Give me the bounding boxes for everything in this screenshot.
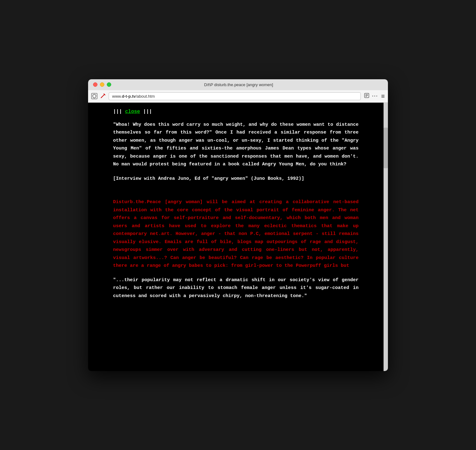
nav-bar: ||| close ||| [113,109,359,115]
interview-credit: [Interview with Andrea Juno, Ed of "angr… [113,175,359,183]
shield-icon [91,93,97,99]
scrollbar-track[interactable] [384,103,388,371]
url-text: www.d-t-p.tv/about.htm [112,94,155,99]
nav-suffix: ||| [143,109,152,115]
url-bar[interactable]: www.d-t-p.tv/about.htm [109,92,361,100]
svg-line-1 [101,97,102,98]
maximize-button[interactable] [107,82,111,87]
page-content-wrapper: ||| close ||| "Whoa! Why does this word … [88,103,388,371]
page-content: ||| close ||| "Whoa! Why does this word … [88,103,384,371]
browser-window: D/t\P disturb.the.peace [angry women] ww… [88,79,388,371]
hamburger-menu-icon[interactable]: ≡ [381,93,385,100]
title-bar: D/t\P disturb.the.peace [angry women] [88,79,388,90]
window-title: D/t\P disturb.the.peace [angry women] [111,82,366,87]
svg-line-0 [102,94,105,97]
bottom-quote: "...their popularity may not reflect a d… [113,276,359,300]
traffic-lights [93,82,111,87]
close-button[interactable] [93,82,97,87]
nav-prefix: ||| [113,109,122,115]
close-link[interactable]: close [125,109,140,115]
more-options-icon[interactable]: ··· [372,93,378,99]
minimize-button[interactable] [100,82,104,87]
red-description: Disturb.the.Peace [angry woman] will be … [113,198,359,270]
toolbar: www.d-t-p.tv/about.htm ··· ≡ [88,90,388,103]
scrollbar-thumb[interactable] [384,128,388,168]
edit-icon [101,93,106,99]
reader-view-icon[interactable] [364,93,369,100]
toolbar-actions: ··· [364,93,378,100]
main-quote: "Whoa! Why does this word carry so much … [113,121,359,169]
